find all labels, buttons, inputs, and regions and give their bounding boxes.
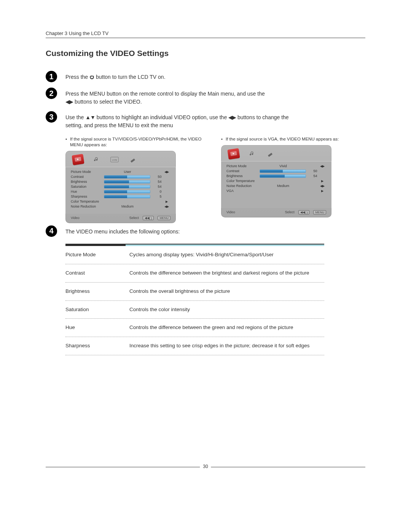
osd-tab-video-icon [227, 148, 240, 160]
osd-row-label: Noise Reduction [71, 204, 104, 208]
osd-row-value: 50 [152, 175, 161, 179]
osd-row-control [260, 169, 306, 173]
osd-tab-video-icon [72, 154, 84, 165]
options-table: Picture ModeCycles among display types: … [65, 244, 324, 355]
osd-row-label: Color Temperature [226, 179, 259, 183]
step-2: 2 Press the MENU button on the remote co… [46, 89, 365, 106]
osd-screenshot-left: LIVE Picture ModeUser◀▶Contrast50Brightn… [65, 151, 176, 223]
option-desc: Controls the overall brightness of the p… [129, 288, 324, 295]
osd-row-value: 50 [307, 169, 317, 173]
osd-row: Picture ModeUser◀▶ [71, 169, 170, 174]
left-right-arrow-icon: ◀▶ [228, 114, 236, 120]
osd-row-control: Medium [105, 204, 150, 208]
osd-row-value: 54 [152, 180, 161, 184]
chapter-label: Chapter 3 Using the LCD TV [46, 30, 108, 36]
step-number-icon: 4 [46, 225, 57, 237]
osd-row-control [104, 175, 150, 179]
step-3: 3 Use the ▲▼ buttons to highlight an ind… [46, 113, 365, 129]
osd-row-control [104, 195, 150, 198]
svg-text:LIVE: LIVE [112, 159, 117, 161]
osd-tab-setup-icon [127, 155, 139, 165]
osd-row-label: Contrast [71, 175, 102, 179]
osd-row-label: Color Temperature [71, 200, 104, 203]
option-row: SaturationControls the color intensity [65, 301, 324, 319]
osd-row: Contrast50 [226, 169, 326, 174]
option-desc: Increase this setting to see crisp edges… [129, 342, 324, 350]
note-left: If the signal source is TV/VIDEO/S-VIDEO… [65, 136, 210, 148]
step-1: 1 Press the button to turn the LCD TV on… [46, 72, 365, 82]
osd-row-label: Noise Reduction [226, 184, 259, 188]
osd-row: Contrast50 [71, 174, 170, 179]
osd-row-control: Vivid [261, 164, 306, 168]
osd-row-label: Picture Mode [226, 164, 259, 168]
osd-footer-nav-icon: ◀◀( ) [298, 210, 310, 214]
osd-tab-setup-icon [264, 149, 276, 159]
option-row: ContrastControls the difference between … [65, 264, 324, 283]
osd-row-control [104, 180, 150, 184]
section-title: Customizing the VIDEO Settings [46, 49, 365, 58]
osd-row: VGA▶ [226, 189, 326, 193]
osd-screenshot-right: Picture ModeVivid◀▶Contrast50Brightness5… [221, 145, 331, 217]
chapter-header: Chapter 3 Using the LCD TV [46, 30, 365, 38]
option-desc: Controls the difference between the brig… [129, 270, 324, 277]
power-icon [89, 75, 94, 80]
option-row: Picture ModeCycles among display types: … [65, 246, 324, 264]
osd-row-label: VGA [226, 189, 259, 193]
osd-tab-audio-icon [91, 155, 102, 165]
osd-row-indicator-icon: ◀▶ [319, 165, 326, 168]
left-right-arrow-icon: ◀▶ [65, 99, 73, 105]
option-name: Contrast [65, 270, 129, 277]
osd-footer-title: Video [71, 216, 80, 220]
option-desc: Cycles among display types: Vivid/Hi-Bri… [129, 251, 324, 259]
step-3-text: Use the ▲▼ buttons to highlight an indiv… [65, 113, 301, 129]
osd-row: Picture ModeVivid◀▶ [226, 164, 326, 169]
osd-row-label: Contrast [226, 169, 258, 173]
osd-row: Sharpness5 [71, 194, 170, 199]
option-row: SharpnessIncrease this setting to see cr… [65, 337, 324, 355]
step-4-text: The VIDEO menu includes the following op… [65, 227, 180, 236]
page-footer: 30 [46, 467, 365, 467]
osd-row-indicator-icon: ▶ [163, 200, 170, 203]
osd-row: Color Temperature▶ [226, 179, 326, 184]
page-number: 30 [200, 464, 211, 469]
option-desc: Controls the color intensity [129, 306, 324, 313]
step-1-text: Press the button to turn the LCD TV on. [65, 72, 166, 81]
osd-row-indicator-icon: ◀▶ [319, 184, 326, 188]
osd-row-control [104, 190, 150, 193]
osd-row: Hue0 [71, 189, 170, 194]
osd-row-indicator-icon: ▶ [319, 189, 326, 193]
osd-tab-live-icon: LIVE [109, 155, 120, 165]
osd-row-control: Medium [261, 184, 306, 188]
step-number-icon: 2 [46, 88, 57, 99]
osd-row: Noise ReductionMedium◀▶ [226, 184, 326, 189]
option-row: BrightnessControls the overall brightnes… [65, 283, 324, 301]
osd-row: Saturation54 [71, 184, 170, 189]
option-name: Brightness [65, 288, 129, 295]
osd-row-control [260, 174, 306, 178]
osd-row-indicator-icon: ▶ [319, 179, 326, 183]
osd-row-value: 0 [152, 190, 161, 193]
osd-footer-menu: MENU [158, 216, 170, 220]
osd-row-indicator-icon: ◀▶ [163, 205, 170, 208]
osd-row: Noise ReductionMedium◀▶ [71, 204, 170, 209]
osd-footer-select: Select [285, 210, 295, 214]
osd-row: Brightness54 [226, 174, 326, 179]
note-right: If the signal source is VGA, the VIDEO M… [221, 136, 365, 142]
osd-footer-menu: MENU [313, 210, 326, 214]
osd-row-label: Saturation [71, 185, 102, 189]
osd-row-label: Brightness [226, 174, 258, 178]
osd-row-label: Sharpness [71, 195, 102, 198]
option-name: Hue [65, 324, 129, 331]
osd-row-control: User [105, 170, 150, 174]
step-2-text: Press the MENU button on the remote cont… [65, 89, 265, 106]
step-number-icon: 3 [46, 111, 57, 123]
osd-row-value: 54 [152, 185, 161, 189]
osd-row-label: Hue [71, 190, 102, 193]
osd-row-label: Brightness [71, 180, 102, 184]
osd-row-indicator-icon: ◀▶ [163, 170, 170, 174]
option-name: Sharpness [65, 342, 129, 350]
step-number-icon: 1 [46, 71, 57, 82]
osd-row: Brightness54 [71, 179, 170, 184]
option-row: HueControls the difference between the g… [65, 319, 324, 337]
osd-footer-title: Video [226, 210, 235, 214]
